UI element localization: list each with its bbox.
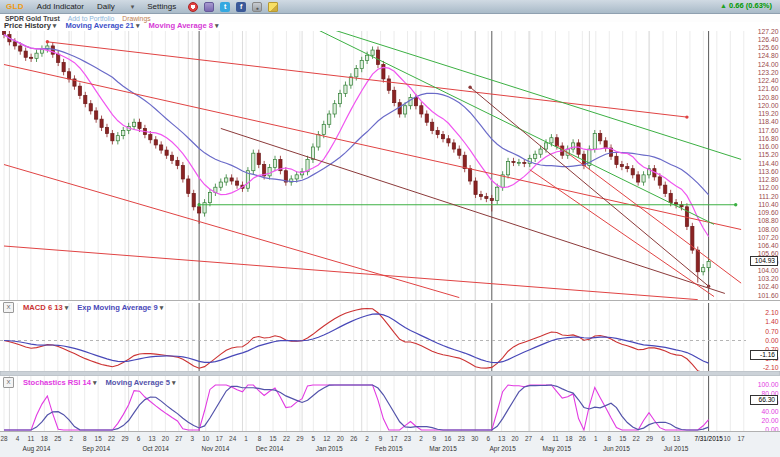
macd-axis: 2.101.400.700.00-0.70-1.40-2.10 [763,309,779,371]
close-macd-button[interactable]: X [3,302,14,313]
svg-text:20: 20 [512,435,520,442]
svg-text:20: 20 [337,435,345,442]
stoch-ma-dropdown[interactable]: Moving Average 5 [105,378,175,387]
svg-text:124.80: 124.80 [758,52,779,59]
quote-change: 0.66 (0.63%) [720,1,772,10]
chevron-down-icon[interactable] [131,3,135,11]
svg-text:40.00: 40.00 [761,408,778,415]
cube-icon[interactable] [204,2,214,12]
svg-text:8: 8 [258,435,262,442]
svg-text:26: 26 [579,435,587,442]
svg-text:Feb 2015: Feb 2015 [375,445,403,452]
change-value: 0.66 (0.63%) [729,1,772,10]
svg-text:116.00: 116.00 [758,143,779,150]
ma8-label: Moving Average 8 [149,21,213,30]
price-history-label: Price History [4,21,51,30]
svg-text:117.60: 117.60 [758,127,779,134]
svg-text:6: 6 [486,435,490,442]
svg-text:4: 4 [16,435,20,442]
svg-text:115.20: 115.20 [758,151,779,158]
stoch-axis: 100.0080.0060.0040.0020.000.00 [758,381,779,433]
sticky-note-icon[interactable] [268,2,278,12]
stochrsi-ma-line [4,385,709,430]
macd-signal-dropdown[interactable]: Exp Moving Average 9 [77,303,163,312]
macd-label: MACD 6 13 [23,303,63,312]
macd-dropdown[interactable]: MACD 6 13 [23,303,68,312]
svg-text:119.20: 119.20 [758,110,779,117]
svg-text:May 2015: May 2015 [543,445,572,453]
svg-text:18: 18 [41,435,49,442]
ma21-dropdown[interactable]: Moving Average 21 [65,21,139,30]
svg-text:124.00: 124.00 [758,61,779,68]
stoch-panel-header: X Stochastics RSI 14 Moving Average 5 [3,377,175,388]
svg-text:104.00: 104.00 [758,267,779,274]
svg-text:6: 6 [661,435,665,442]
svg-text:0.00: 0.00 [765,426,778,433]
macd-panel-header: X MACD 6 13 Exp Moving Average 9 [3,302,163,313]
svg-text:8: 8 [607,435,611,442]
svg-text:15: 15 [269,435,277,442]
svg-text:23: 23 [404,435,412,442]
close-stoch-button[interactable]: X [3,377,14,388]
svg-text:10: 10 [202,435,210,442]
settings-button[interactable]: Settings [147,2,176,11]
stoch-dropdown[interactable]: Stochastics RSI 14 [23,378,96,387]
svg-text:12: 12 [323,435,331,442]
up-arrow-icon [720,1,727,10]
svg-text:Oct 2014: Oct 2014 [143,445,170,452]
svg-text:7/31/2015: 7/31/2015 [694,435,723,442]
svg-text:Dec 2014: Dec 2014 [256,445,284,452]
svg-text:24: 24 [229,435,237,442]
add-to-portfolio-link[interactable]: Add to Portfolio [68,15,114,22]
svg-text:29: 29 [646,435,654,442]
symbol-label[interactable]: GLD [6,2,24,11]
svg-text:113.60: 113.60 [758,168,779,175]
svg-text:15: 15 [619,435,627,442]
chevron-down-icon [65,304,69,312]
trendline-drawings[interactable] [4,23,741,299]
svg-text:1: 1 [244,435,248,442]
svg-text:123.20: 123.20 [758,69,779,76]
ma8-dropdown[interactable]: Moving Average 8 [149,21,219,30]
svg-text:Apr 2015: Apr 2015 [489,445,516,453]
record-icon[interactable] [188,2,198,12]
vertical-event-lines[interactable] [199,31,708,431]
panel-splitter[interactable] [0,372,780,376]
svg-text:Mar 2015: Mar 2015 [429,445,457,452]
drawings-link[interactable]: Drawings [122,15,150,22]
svg-text:17: 17 [216,435,224,442]
svg-text:27: 27 [525,435,533,442]
stoch-label: Stochastics RSI 14 [23,378,91,387]
timeframe-dropdown[interactable]: Daily [97,2,115,11]
svg-text:22: 22 [633,435,641,442]
svg-text:Jan 2015: Jan 2015 [316,445,343,452]
chevron-down-icon [215,22,219,30]
svg-text:0.70: 0.70 [765,328,778,335]
svg-text:29: 29 [121,435,129,442]
svg-text:120.80: 120.80 [758,94,779,101]
price-panel-header: Price History Moving Average 21 Moving A… [4,21,219,30]
svg-text:29: 29 [296,435,304,442]
svg-text:3: 3 [191,435,195,442]
chart-canvas[interactable]: 127.20126.40125.60124.80124.00123.20122.… [0,0,780,457]
svg-text:100.00: 100.00 [758,381,779,388]
svg-text:27: 27 [175,435,183,442]
price-history-dropdown[interactable]: Price History [4,21,56,30]
chevron-down-icon [136,22,140,30]
svg-text:15: 15 [95,435,103,442]
stoch-ma-label: Moving Average 5 [105,378,169,387]
svg-text:111.20: 111.20 [759,193,779,200]
svg-text:107.20: 107.20 [758,234,779,241]
toolbar-icon-group [188,2,278,12]
add-indicator-button[interactable]: Add Indicator [37,2,84,11]
facebook-icon[interactable] [236,2,246,12]
svg-text:114.40: 114.40 [758,160,779,167]
svg-text:30: 30 [471,435,479,442]
twitter-icon[interactable] [220,2,230,12]
svg-text:122.40: 122.40 [758,77,779,84]
camera-icon[interactable] [252,2,262,12]
svg-text:28: 28 [0,435,8,442]
svg-text:108.80: 108.80 [758,217,779,224]
chevron-down-icon [53,22,57,30]
main-toolbar: GLD Add Indicator Daily Settings 0.66 (0… [0,0,780,14]
